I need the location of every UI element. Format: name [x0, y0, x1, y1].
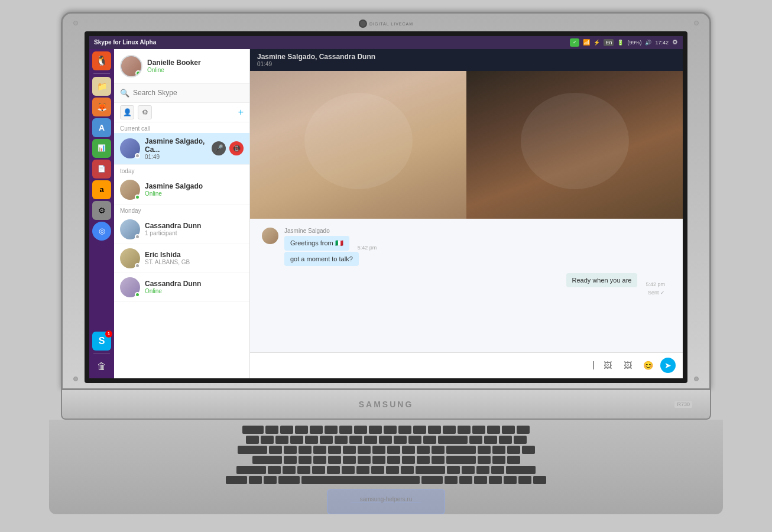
message-input[interactable] [257, 361, 588, 369]
call-title: Jasmine Salgado, Cassandra Dunn [257, 53, 676, 61]
skype-icon[interactable]: S 1 [92, 332, 111, 351]
cassandra2-status-dot [135, 292, 140, 297]
cassandra-name: Cassandra Dunn [145, 222, 244, 230]
end-call-button[interactable]: 📵 [229, 141, 244, 155]
key-f8 [369, 426, 382, 434]
amazon-icon[interactable]: a [92, 180, 111, 199]
screw-br [694, 377, 699, 381]
jasmine-avatar [120, 180, 140, 200]
ubuntu-icon[interactable]: 🐧 [92, 51, 111, 70]
key-rbracket [432, 446, 445, 454]
key-num6 [507, 456, 520, 464]
key-m [356, 466, 369, 474]
message-group-sent: Ready when you are 5:42 pm Sent ✓ [262, 273, 671, 296]
mute-button[interactable]: 🎤 [212, 141, 226, 155]
settings-icon[interactable]: ⚙ [92, 201, 111, 220]
keyboard-row-3 [73, 446, 699, 454]
wifi-icon: 📶 [583, 39, 590, 46]
chrome-icon[interactable]: ◎ [92, 222, 111, 241]
face-right [466, 71, 683, 219]
settings-button[interactable]: ⚙ [138, 105, 152, 119]
key-c [297, 466, 310, 474]
contact-jasmine[interactable]: Jasmine Salgado Online [114, 176, 249, 205]
contact-cassandra2[interactable]: Cassandra Dunn Online [114, 273, 249, 302]
sent-bubble: Ready when you are [566, 273, 638, 287]
search-input[interactable] [133, 89, 244, 97]
battery-percent: (99%) [627, 40, 641, 46]
lang-badge[interactable]: En [604, 39, 614, 46]
key-quote [432, 456, 445, 464]
key-pgup [502, 426, 515, 434]
section-current-call: Current call [114, 122, 249, 133]
key-numenter [506, 466, 536, 474]
jasmine-msg-avatar [262, 228, 278, 244]
key-t [328, 446, 341, 454]
key-j [372, 456, 385, 464]
jasmine-name: Jasmine Salgado [145, 182, 244, 190]
messages-list: Jasmine Salgado Greetings from 🇮🇹 5:42 p… [250, 219, 683, 352]
key-end [487, 426, 500, 434]
profile-info: Danielle Booker Online [147, 59, 201, 73]
key-9 [379, 436, 392, 444]
key-right [504, 476, 517, 484]
toolbar-row: 👤 ⚙ + [114, 103, 249, 122]
video-area [250, 71, 683, 219]
image-button[interactable]: 🖼 [620, 358, 635, 373]
key-h [358, 456, 371, 464]
search-icon: 🔍 [120, 89, 129, 98]
status-check-icon: ✓ [570, 38, 579, 47]
add-content-button[interactable]: 🖼 [600, 358, 615, 373]
files-icon[interactable]: 📁 [92, 77, 111, 96]
key-enter [446, 446, 476, 454]
key-f11 [413, 426, 426, 434]
emoji-button[interactable]: 😊 [640, 358, 656, 373]
profile-header: Danielle Booker Online [114, 49, 249, 84]
key-q [269, 446, 282, 454]
gear-icon[interactable]: ⚙ [672, 38, 678, 46]
add-button[interactable]: + [238, 107, 244, 118]
message-group-jasmine: Jasmine Salgado Greetings from 🇮🇹 5:42 p… [262, 228, 671, 267]
key-o [387, 446, 400, 454]
key-r [313, 446, 326, 454]
key-num7 [478, 446, 491, 454]
firefox-icon[interactable]: 🦊 [92, 98, 111, 116]
key-f2 [280, 426, 293, 434]
key-esc [242, 426, 264, 434]
send-button[interactable]: ➤ [660, 358, 676, 373]
trash-icon[interactable]: 🗑 [92, 357, 111, 376]
key-nummul [499, 436, 512, 444]
calc-icon[interactable]: 📊 [92, 139, 111, 158]
model-text: R730 [674, 401, 692, 408]
key-s [299, 456, 312, 464]
key-y [343, 446, 356, 454]
eric-info: Eric Ishida ST. ALBANS, GB [145, 251, 244, 265]
jasmine-bubble-2: got a moment to talk? [284, 252, 359, 266]
cassandra-sub: 1 participant [145, 230, 244, 236]
sent-indicator: Sent ✓ [648, 290, 665, 296]
text-icon[interactable]: A [92, 118, 111, 137]
key-f [328, 456, 341, 464]
search-bar[interactable]: 🔍 [114, 84, 249, 103]
key-backspace [438, 436, 468, 444]
contacts-button[interactable]: 👤 [120, 105, 134, 119]
docs-icon[interactable]: 📄 [92, 160, 111, 179]
current-call-item[interactable]: Jasmine Salgado, Ca... 01:49 🎤 📵 [114, 133, 249, 165]
message-input-bar: 🖼 🖼 😊 ➤ [250, 352, 683, 378]
key-up [447, 466, 460, 474]
jasmine-msg-content: Jasmine Salgado Greetings from 🇮🇹 5:42 p… [284, 228, 671, 267]
current-call-status-dot [135, 153, 140, 158]
eric-name: Eric Ishida [145, 251, 244, 259]
key-equal [423, 436, 436, 444]
key-home [472, 426, 485, 434]
laptop-lid: DIGITAL LIVECAM Skype for Linux Alpha ✓ … [61, 12, 711, 390]
eric-location: ST. ALBANS, GB [145, 259, 244, 265]
key-rctrl [459, 476, 472, 484]
contact-eric[interactable]: Eric Ishida ST. ALBANS, GB [114, 244, 249, 273]
contact-cassandra[interactable]: Cassandra Dunn 1 participant [114, 215, 249, 244]
camera-label: DIGITAL LIVECAM [369, 22, 413, 26]
key-f10 [398, 426, 411, 434]
key-lwin [264, 476, 277, 484]
key-e [299, 446, 312, 454]
call-actions: 🎤 📵 [212, 141, 244, 155]
key-6 [335, 436, 348, 444]
